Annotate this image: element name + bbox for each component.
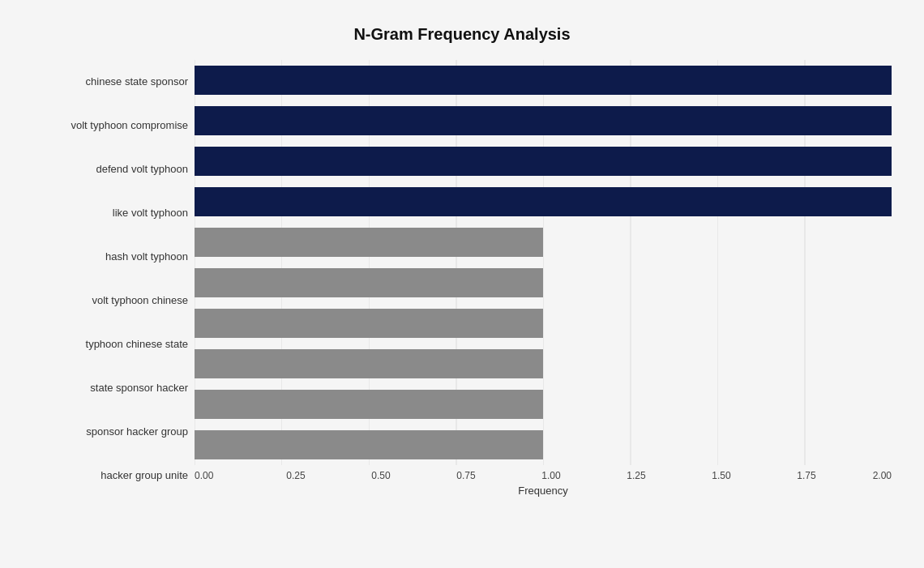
bar-volt-typhoon-chinese <box>195 268 543 297</box>
y-axis-label: hacker group unite <box>32 454 188 498</box>
bar-row <box>195 307 892 340</box>
chart-container: N-Gram Frequency Analysis chinese state … <box>16 9 908 560</box>
y-axis-label: sponsor hacker group <box>32 410 188 454</box>
y-axis-labels: chinese state sponsorvolt typhoon compro… <box>32 60 195 498</box>
bar-row <box>195 186 892 218</box>
bar-state-sponsor-hacker <box>195 349 543 378</box>
bar-row <box>195 226 892 258</box>
bar-typhoon-chinese-state <box>195 309 543 338</box>
x-tick: 0.75 <box>450 470 482 481</box>
bar-row <box>195 388 892 421</box>
bar-defend-volt-typhoon <box>195 147 892 176</box>
bar-sponsor-hacker-group <box>195 390 543 419</box>
x-ticks: 0.000.250.500.751.001.251.501.752.00 <box>195 465 892 481</box>
bar-volt-typhoon-compromise <box>195 106 892 135</box>
chart-area: chinese state sponsorvolt typhoon compro… <box>32 60 892 498</box>
bar-like-volt-typhoon <box>195 187 892 216</box>
bar-row <box>195 267 892 299</box>
x-tick: 0.00 <box>195 470 227 481</box>
x-tick: 1.50 <box>705 470 738 481</box>
y-axis-label: defend volt typhoon <box>32 147 188 191</box>
bar-row <box>195 348 892 380</box>
bars-container <box>195 60 892 465</box>
x-axis-label: Frequency <box>195 485 892 497</box>
x-tick: 0.25 <box>280 470 312 481</box>
bar-row <box>195 105 892 137</box>
x-tick: 1.25 <box>620 470 652 481</box>
bar-hash-volt-typhoon <box>195 228 543 257</box>
y-axis-label: like volt typhoon <box>32 191 188 235</box>
bar-hacker-group-unite <box>195 430 543 459</box>
y-axis-label: typhoon chinese state <box>32 322 188 366</box>
bar-row <box>195 64 892 96</box>
plot-area: 0.000.250.500.751.001.251.501.752.00 Fre… <box>195 60 892 498</box>
y-axis-label: chinese state sponsor <box>32 60 188 104</box>
chart-title: N-Gram Frequency Analysis <box>32 25 892 44</box>
y-axis-label: hash volt typhoon <box>32 235 188 279</box>
x-tick: 0.50 <box>365 470 397 481</box>
y-axis-label: state sponsor hacker <box>32 366 188 410</box>
y-axis-label: volt typhoon chinese <box>32 279 188 322</box>
x-axis: 0.000.250.500.751.001.251.501.752.00 Fre… <box>195 465 892 498</box>
bar-chinese-state-sponsor <box>195 66 892 95</box>
bar-row <box>195 145 892 177</box>
y-axis-label: volt typhoon compromise <box>32 104 188 147</box>
x-tick: 2.00 <box>859 470 892 481</box>
x-tick: 1.00 <box>535 470 567 481</box>
x-tick: 1.75 <box>790 470 823 481</box>
bar-row <box>195 429 892 461</box>
